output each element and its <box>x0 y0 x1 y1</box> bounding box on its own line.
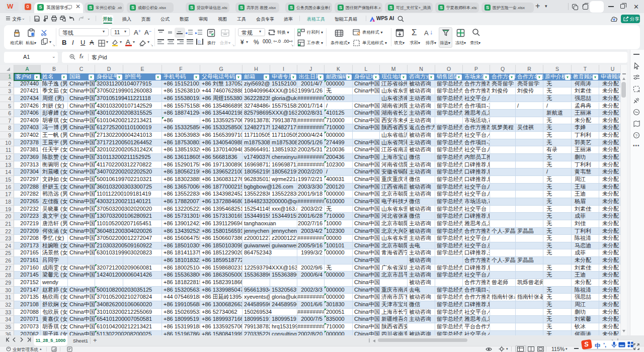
svg-text:?: ? <box>635 133 638 138</box>
